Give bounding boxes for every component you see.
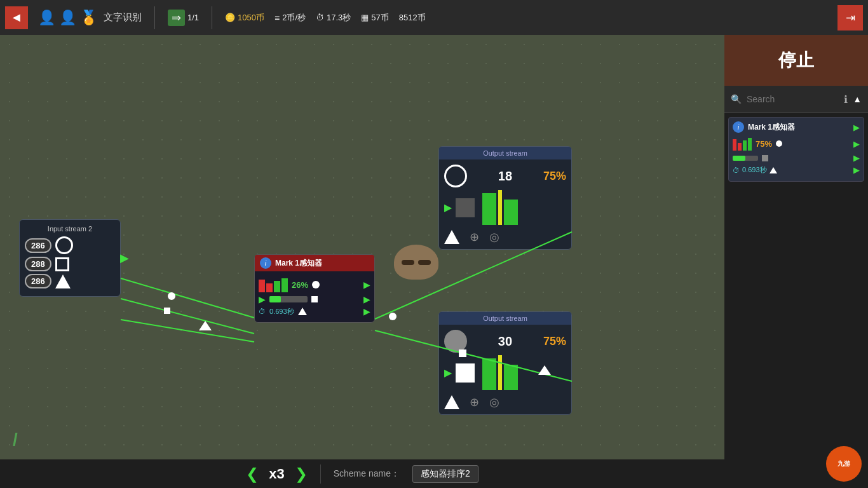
output-bottom-stack-icon: ⊕ — [470, 395, 479, 409]
center-sensor-row-3: ⏱ 0.693秒 ▶ — [259, 306, 370, 316]
game-canvas: Input stream 2 286 288 286 ▶ i Mark 1感知器 — [0, 35, 724, 488]
output-top-bar-3 — [504, 200, 518, 225]
bottom-nav: ❮ x3 ❯ — [246, 465, 307, 483]
rate-icon: ≡ — [275, 13, 280, 23]
panel-mini-circle — [776, 140, 782, 147]
input-value-3: 286 — [25, 274, 51, 288]
creature-eye-right — [418, 260, 431, 265]
panel-mini-triangle — [770, 167, 777, 173]
separator-1 — [154, 6, 155, 29]
creature-eye-left — [402, 260, 414, 265]
output-bottom-bar-2 — [498, 355, 502, 390]
exit-icon: ⇥ — [846, 11, 855, 25]
output-bottom-left-arrow: ▶ — [444, 367, 452, 379]
bar-red-2 — [266, 283, 273, 292]
prev-arrow[interactable]: ❮ — [246, 465, 259, 483]
center-mini-triangle — [298, 308, 307, 315]
medal-icon-2: 👤 — [59, 10, 76, 26]
next-arrow[interactable]: ❯ — [295, 465, 308, 483]
output-bottom-square — [456, 363, 475, 383]
panel-bar-4 — [748, 138, 752, 151]
center-sensor-row-1: 26% ▶ — [259, 277, 370, 292]
output-top-triangle — [444, 230, 459, 244]
scheme-name[interactable]: 感知器排序2 — [412, 465, 478, 483]
center-sensor-row-2: ▶ ▶ — [259, 294, 370, 304]
panel-card-percent: 75% — [756, 139, 772, 149]
panel-card-row-2: ▶ — [733, 153, 860, 163]
back-button[interactable]: ◄ — [5, 6, 28, 29]
center-right-arrow-2: ▶ — [363, 294, 370, 304]
panel-progress-fill — [733, 156, 745, 161]
output-top-square — [456, 198, 475, 217]
output-top-stack-icon: ⊕ — [470, 230, 479, 244]
medal-icon-3: 🏅 — [80, 10, 97, 26]
center-sensor-header: i Mark 1感知器 — [255, 255, 374, 271]
output-bottom-title: Output stream — [439, 312, 571, 325]
circle-shape-1 — [55, 236, 73, 254]
output-bottom-bottom-row: ⊕ ◎ — [444, 395, 566, 409]
panel-card-arrow-4: ▶ — [853, 165, 860, 175]
output-top-title: Output stream — [439, 147, 571, 159]
top-bar: ◄ 👤 👤 🏅 文字识别 ⇒ 1/1 🪙 1050币 ≡ 2币/秒 ⏱ 17.3… — [0, 0, 868, 35]
level-counter: ⇒ 1/1 — [168, 10, 199, 26]
coin-stat: 🪙 1050币 — [225, 12, 264, 24]
level-value: 1/1 — [187, 13, 199, 22]
bar-green-2 — [281, 278, 288, 292]
bottom-separator — [320, 464, 321, 484]
output-top-circle — [444, 165, 467, 187]
center-bar-bg — [269, 296, 308, 302]
output-bottom-bar-3 — [504, 365, 518, 390]
panel-card-time: 0.693秒 — [742, 165, 767, 175]
panel-card-title: Mark 1感知器 — [748, 122, 795, 133]
input-value-2: 288 — [25, 257, 51, 271]
svg-marker-5 — [199, 321, 212, 330]
creature-body — [394, 245, 438, 280]
svg-point-1 — [168, 292, 175, 300]
center-right-arrow-3: ▶ — [363, 306, 370, 316]
score-stat-1: ▦ 57币 — [361, 12, 388, 24]
panel-card-row-3: ⏱ 0.693秒 ▶ — [733, 165, 860, 175]
multiplier-label: x3 — [269, 466, 284, 482]
medal-icon-1: 👤 — [38, 10, 55, 26]
output-bottom-shapes — [456, 355, 518, 390]
bar-red-1 — [259, 280, 265, 292]
panel-bar-2 — [738, 143, 742, 151]
square-shape-1 — [55, 257, 69, 271]
output-bottom-body: 30 75% ▶ ⊕ ◎ — [439, 325, 571, 414]
input-right-arrow: ▶ — [120, 251, 129, 265]
output-top-bottom-row: ⊕ ◎ — [444, 230, 566, 244]
center-mini-circle — [312, 281, 320, 288]
output-bottom-percent: 75% — [543, 335, 566, 348]
separator-2 — [212, 6, 212, 29]
slash-decoration: / — [13, 430, 18, 450]
output-top-left-arrow: ▶ — [444, 201, 452, 214]
center-info-badge: i — [260, 257, 271, 269]
panel-card-row-1: 75% ▶ — [733, 137, 860, 151]
output-bottom-bar-1 — [482, 358, 496, 390]
search-input[interactable] — [747, 94, 836, 104]
grid-icon: ▦ — [361, 13, 369, 22]
panel-card-arrow-3: ▶ — [853, 153, 860, 163]
svg-rect-3 — [164, 308, 170, 314]
panel-bar-3 — [743, 140, 747, 151]
scheme-label-text: Scheme name： — [334, 468, 400, 480]
coin-icon: 🪙 — [225, 13, 235, 22]
panel-mini-square — [762, 155, 768, 161]
center-time-value: 0.693秒 — [269, 307, 294, 316]
time-stat: ⏱ 17.3秒 — [316, 12, 351, 24]
time-value: 17.3秒 — [327, 12, 351, 24]
center-sensor-title: Mark 1感知器 — [275, 258, 322, 269]
output-bottom-count: 30 — [498, 334, 512, 349]
center-mini-square — [311, 296, 318, 302]
output-top-stats: 18 75% — [444, 165, 566, 187]
center-sensor-node: i Mark 1感知器 26% ▶ ▶ ▶ — [254, 254, 375, 323]
rate-stat: ≡ 2币/秒 — [275, 12, 306, 24]
panel-progress-bg — [733, 156, 758, 161]
clock-icon: ⏱ — [316, 13, 324, 22]
scroll-up-icon[interactable]: ▲ — [853, 94, 862, 104]
exit-button[interactable]: ⇥ — [837, 5, 863, 30]
input-value-1: 286 — [25, 238, 51, 253]
output-bottom-bars — [482, 355, 518, 390]
output-top-target-icon: ◎ — [489, 230, 499, 244]
score-2-value: 8512币 — [399, 12, 426, 24]
